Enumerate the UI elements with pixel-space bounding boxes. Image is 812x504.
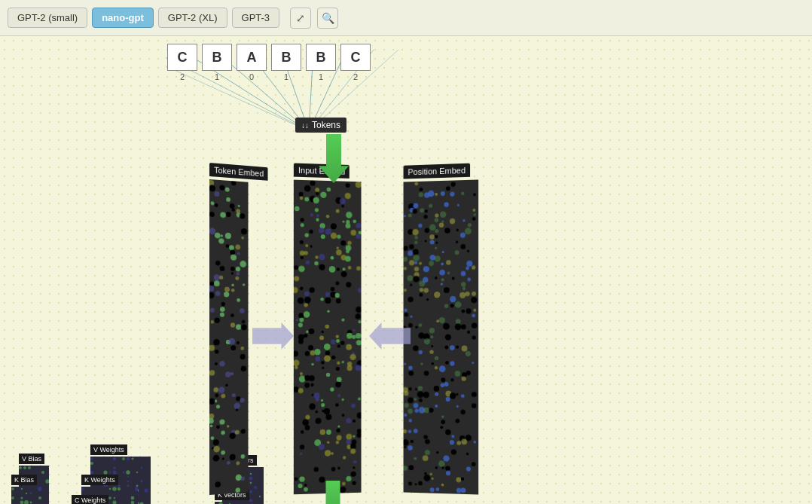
main-canvas: C 2 B 1 A 0 B 1 B 1 C 2 Tokens Token Emb…: [0, 36, 812, 504]
tab-gpt2-small[interactable]: GPT-2 (small): [8, 8, 87, 28]
position-embed-panel[interactable]: Position Embed: [404, 179, 479, 494]
token-number-0: 2: [180, 72, 185, 81]
token-letter-0: C: [167, 44, 197, 71]
token-number-3: 1: [284, 72, 288, 81]
tokens-text: Tokens: [312, 120, 340, 130]
tab-nano-gpt[interactable]: nano-gpt: [92, 8, 154, 28]
position-embed-label: Position Embed: [404, 163, 471, 179]
token-number-1: 1: [215, 72, 219, 81]
tab-gpt3[interactable]: GPT-3: [232, 8, 280, 28]
token-embed-canvas: [209, 179, 248, 495]
token-chip-2: A 0: [235, 44, 268, 81]
token-chip-3: B 1: [270, 44, 303, 81]
k-bias-canvas: [11, 487, 41, 504]
token-letter-2: A: [237, 44, 267, 71]
expand-icon[interactable]: ⤢: [290, 8, 311, 29]
input-embed-canvas: [294, 180, 362, 495]
token-letter-1: B: [202, 44, 232, 71]
token-number-5: 2: [353, 72, 358, 81]
token-letter-5: C: [340, 44, 371, 71]
token-number-2: 0: [249, 72, 254, 81]
token-embed-label: Token Embed: [209, 163, 268, 181]
k-bias-label: K Bias: [11, 475, 37, 485]
k-bias-panel: K Bias: [11, 487, 41, 504]
token-to-input-arrow: [252, 322, 294, 350]
token-row: C 2 B 1 A 0 B 1 B 1 C 2: [166, 44, 372, 81]
toolbar-icons: ⤢ 🔍: [290, 8, 338, 29]
search-icon[interactable]: 🔍: [317, 8, 338, 29]
c-weights-label: C Weights: [72, 495, 108, 504]
token-letter-3: B: [271, 44, 301, 71]
token-chip-5: C 2: [339, 44, 372, 81]
token-chip-1: B 1: [200, 44, 234, 81]
input-embed-panel[interactable]: Input Embed: [294, 180, 362, 495]
position-embed-canvas: [404, 179, 479, 494]
token-chip-4: B 1: [304, 44, 337, 81]
token-letter-4: B: [306, 44, 336, 71]
v-weights-label: V Weights: [90, 444, 127, 455]
tokens-label: Tokens: [295, 118, 346, 133]
token-chip-0: C 2: [166, 44, 199, 81]
toolbar: GPT-2 (small) nano-gpt GPT-2 (XL) GPT-3 …: [0, 0, 812, 36]
token-number-4: 1: [319, 72, 323, 81]
token-embed-panel[interactable]: Token Embed: [209, 179, 248, 495]
k-weights-label: K Weights: [81, 475, 118, 485]
tab-gpt2-xl[interactable]: GPT-2 (XL): [158, 8, 227, 28]
v-bias-label: V Bias: [19, 454, 44, 464]
